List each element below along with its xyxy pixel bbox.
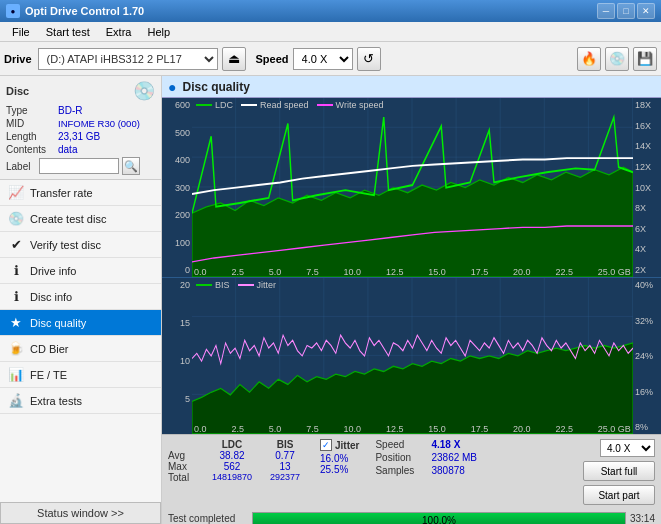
legend-ldc-label: LDC [215, 100, 233, 110]
nav-verify-test-disc[interactable]: ✔ Verify test disc [0, 232, 161, 258]
legend-ldc: LDC [196, 100, 233, 110]
menu-extra[interactable]: Extra [98, 24, 140, 40]
legend-bis-label: BIS [215, 280, 230, 290]
total-label: Total [168, 472, 204, 483]
top-chart-y-left: 600 500 400 300 200 100 0 [162, 98, 192, 277]
avg-jitter: 16.0% [320, 453, 359, 464]
buttons-block: 4.0 X Start full Start part [583, 439, 655, 505]
window-controls: ─ □ ✕ [597, 3, 655, 19]
max-jitter: 25.5% [320, 464, 359, 475]
nav-extra-tests-label: Extra tests [30, 395, 82, 407]
samples-value: 380878 [431, 465, 464, 476]
disc-quality-header-icon: ● [168, 79, 176, 95]
main-layout: Disc 💿 Type BD-R MID INFOME R30 (000) Le… [0, 76, 661, 524]
menubar: File Start test Extra Help [0, 22, 661, 42]
bottom-chart-y-right: 40% 32% 24% 16% 8% [633, 278, 661, 434]
total-bis: 292377 [260, 472, 310, 483]
bottom-chart-x-axis: 0.0 2.5 5.0 7.5 10.0 12.5 15.0 17.5 20.0… [192, 424, 633, 434]
fe-te-icon: 📊 [8, 367, 24, 382]
app-icon: ● [6, 4, 20, 18]
progress-text: 100.0% [253, 513, 625, 524]
menu-file[interactable]: File [4, 24, 38, 40]
charts-container: 600 500 400 300 200 100 0 LDC [162, 98, 661, 434]
progress-wrap: 100.0% [252, 509, 626, 524]
nav-fe-te-label: FE / TE [30, 369, 67, 381]
start-part-btn[interactable]: Start part [583, 485, 655, 505]
close-btn[interactable]: ✕ [637, 3, 655, 19]
bottom-progress-row: Test completed 100.0% 33:14 [168, 509, 655, 524]
disc-info-icon: ℹ [8, 289, 24, 304]
position-label: Position [375, 452, 425, 463]
nav-transfer-rate[interactable]: 📈 Transfer rate [0, 180, 161, 206]
mid-label: MID [6, 118, 58, 129]
status-window-btn[interactable]: Status window >> [0, 502, 161, 524]
legend-writespeed-label: Write speed [336, 100, 384, 110]
jitter-section: ✓ Jitter 16.0% 25.5% [320, 439, 359, 475]
nav-cd-bier[interactable]: 🍺 CD Bier [0, 336, 161, 362]
create-test-disc-icon: 💿 [8, 211, 24, 226]
max-label: Max [168, 461, 204, 472]
top-chart-area: LDC Read speed Write speed [192, 98, 633, 277]
app-title: Opti Drive Control 1.70 [25, 5, 144, 17]
burn-btn[interactable]: 🔥 [577, 47, 601, 71]
legend-bis: BIS [196, 280, 230, 290]
contents-value: data [58, 144, 77, 155]
disc-icon: 💿 [133, 80, 155, 102]
toolbar: Drive (D:) ATAPI iHBS312 2 PL17 ⏏ Speed … [0, 42, 661, 76]
position-value: 23862 MB [431, 452, 477, 463]
nav-drive-info-label: Drive info [30, 265, 76, 277]
stats-table: LDC BIS Avg 38.82 0.77 Max 562 13 Tota [168, 439, 310, 483]
speed-label: Speed [256, 53, 289, 65]
maximize-btn[interactable]: □ [617, 3, 635, 19]
jitter-label: Jitter [335, 440, 359, 451]
type-value: BD-R [58, 105, 82, 116]
disc-label-btn[interactable]: 🔍 [122, 157, 140, 175]
progress-bar-container: 100.0% [252, 512, 626, 524]
extra-tests-icon: 🔬 [8, 393, 24, 408]
transfer-rate-icon: 📈 [8, 185, 24, 200]
nav-create-test-disc-label: Create test disc [30, 213, 106, 225]
max-bis: 13 [260, 461, 310, 472]
sidebar: Disc 💿 Type BD-R MID INFOME R30 (000) Le… [0, 76, 162, 524]
nav-create-test-disc[interactable]: 💿 Create test disc [0, 206, 161, 232]
speed-select[interactable]: 4.0 X [293, 48, 353, 70]
refresh-btn[interactable]: ↺ [357, 47, 381, 71]
speed-select-stats[interactable]: 4.0 X [600, 439, 655, 457]
speed-position-block: Speed 4.18 X Position 23862 MB Samples 3… [375, 439, 477, 476]
status-text: Test completed [168, 513, 248, 524]
main-content: ● Disc quality 600 500 400 300 200 100 0 [162, 76, 661, 524]
disc-header-label: Disc [6, 85, 29, 97]
disc-panel: Disc 💿 Type BD-R MID INFOME R30 (000) Le… [0, 76, 161, 180]
speed-pos-label: Speed [375, 439, 425, 450]
nav-extra-tests[interactable]: 🔬 Extra tests [0, 388, 161, 414]
top-chart-section: 600 500 400 300 200 100 0 LDC [162, 98, 661, 278]
bis-header: BIS [260, 439, 310, 450]
menu-start-test[interactable]: Start test [38, 24, 98, 40]
nav-fe-te[interactable]: 📊 FE / TE [0, 362, 161, 388]
bottom-stats: LDC BIS Avg 38.82 0.77 Max 562 13 Tota [162, 434, 661, 524]
max-ldc: 562 [204, 461, 260, 472]
nav-items: 📈 Transfer rate 💿 Create test disc ✔ Ver… [0, 180, 161, 502]
nav-disc-quality[interactable]: ★ Disc quality [0, 310, 161, 336]
legend-writespeed: Write speed [317, 100, 384, 110]
nav-disc-info[interactable]: ℹ Disc info [0, 284, 161, 310]
titlebar-left: ● Opti Drive Control 1.70 [6, 4, 144, 18]
jitter-checkbox[interactable]: ✓ [320, 439, 332, 451]
legend-readspeed: Read speed [241, 100, 309, 110]
start-full-btn[interactable]: Start full [583, 461, 655, 481]
minimize-btn[interactable]: ─ [597, 3, 615, 19]
save-btn[interactable]: 💾 [633, 47, 657, 71]
drive-select[interactable]: (D:) ATAPI iHBS312 2 PL17 [38, 48, 218, 70]
disc-btn[interactable]: 💿 [605, 47, 629, 71]
disc-quality-title: Disc quality [182, 80, 249, 94]
speed-pos-value: 4.18 X [431, 439, 460, 450]
eject-btn[interactable]: ⏏ [222, 47, 246, 71]
nav-drive-info[interactable]: ℹ Drive info [0, 258, 161, 284]
disc-label-input[interactable] [39, 158, 119, 174]
menu-help[interactable]: Help [139, 24, 178, 40]
verify-test-disc-icon: ✔ [8, 237, 24, 252]
length-value: 23,31 GB [58, 131, 100, 142]
jitter-color [238, 284, 254, 286]
contents-label: Contents [6, 144, 58, 155]
nav-disc-info-label: Disc info [30, 291, 72, 303]
